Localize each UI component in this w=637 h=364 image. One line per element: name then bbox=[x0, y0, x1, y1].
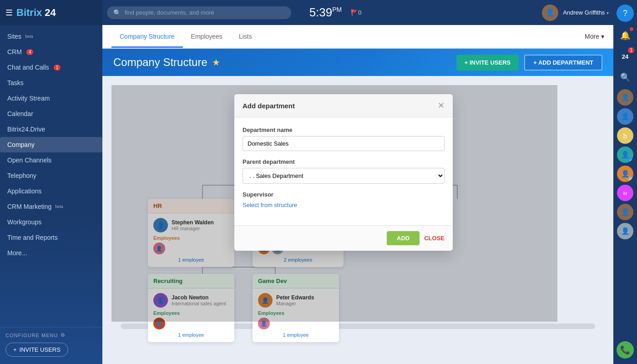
invite-users-header-button[interactable]: + INVITE USERS bbox=[456, 55, 519, 71]
hamburger-icon[interactable]: ☰ bbox=[5, 8, 13, 18]
org-chart-area: NorthWest Co. 👤 Andrew Griffiths Preside… bbox=[102, 76, 613, 364]
sidebar-item-drive[interactable]: Bitrix24.Drive bbox=[0, 121, 102, 137]
search-input[interactable] bbox=[125, 9, 285, 16]
modal-overlay: Add department ✕ Department name Parent … bbox=[111, 85, 557, 322]
search-icon: 🔍 bbox=[113, 9, 121, 16]
sidebar-item-applications[interactable]: Applications bbox=[0, 183, 102, 199]
crm-badge: 4 bbox=[26, 49, 34, 55]
sidebar-item-time[interactable]: Time and Reports bbox=[0, 230, 102, 245]
gear-icon: ⚙ bbox=[61, 332, 66, 338]
rp-avatar-4[interactable]: 👤 ✓ bbox=[617, 147, 633, 163]
favorite-star-icon[interactable]: ★ bbox=[212, 57, 220, 68]
sidebar-item-calendar[interactable]: Calendar bbox=[0, 106, 102, 121]
tab-lists[interactable]: Lists bbox=[231, 26, 260, 48]
chevron-down-icon: ▾ bbox=[601, 33, 604, 40]
rp-avatar-7[interactable]: 👤 bbox=[617, 204, 633, 220]
plus-icon: + bbox=[13, 346, 17, 353]
supervisor-group: Supervisor Select from structure bbox=[243, 191, 445, 209]
search-panel-button[interactable]: 🔍 bbox=[615, 67, 635, 87]
sidebar-item-activity[interactable]: Activity Stream bbox=[0, 91, 102, 106]
rp-avatar-8[interactable]: 👤 bbox=[617, 223, 633, 239]
parent-dept-label: Parent department bbox=[243, 158, 445, 165]
dept-name-input[interactable] bbox=[243, 136, 445, 151]
topbar-time: 5:39PM bbox=[309, 5, 342, 20]
logo: Bitrix 24 bbox=[16, 7, 56, 19]
tab-employees[interactable]: Employees bbox=[183, 26, 231, 48]
select-from-structure-link[interactable]: Select from structure bbox=[243, 202, 297, 208]
search-bar: 🔍 bbox=[107, 6, 291, 19]
tab-company-structure[interactable]: Company Structure bbox=[111, 26, 183, 48]
help-button[interactable]: ? bbox=[617, 5, 634, 22]
sidebar-bottom: CONFIGURE MENU ⚙ + INVITE USERS bbox=[0, 327, 102, 364]
sidebar-item-crm-marketing[interactable]: CRM Marketingbeta bbox=[0, 199, 102, 214]
chat-badge: 1 bbox=[54, 65, 61, 71]
rp-avatar-2[interactable]: 👤 bbox=[617, 108, 633, 125]
bitrix24-button[interactable]: 24 1 bbox=[615, 46, 635, 66]
add-department-modal: Add department ✕ Department name Parent … bbox=[234, 94, 453, 251]
rp-avatar-6[interactable]: iu bbox=[617, 185, 633, 201]
notifications-button[interactable]: 🔔 bbox=[615, 25, 635, 46]
rp-avatar-3[interactable]: b bbox=[617, 127, 633, 144]
org-chart-inner: NorthWest Co. 👤 Andrew Griffiths Preside… bbox=[111, 85, 557, 322]
modal-title: Add department bbox=[243, 102, 295, 110]
chevron-down-icon: ▾ bbox=[607, 10, 609, 15]
topbar: 🔍 5:39PM 🚩0 👤 Andrew Griffiths ▾ bbox=[102, 0, 613, 25]
sidebar-item-sites[interactable]: Sitesbeta bbox=[0, 29, 102, 44]
dept-name-label: Department name bbox=[243, 126, 445, 133]
modal-close-btn[interactable]: CLOSE bbox=[424, 235, 445, 242]
sidebar-item-workgroups[interactable]: Workgroups bbox=[0, 214, 102, 230]
modal-close-button[interactable]: ✕ bbox=[438, 101, 445, 111]
sidebar-item-tasks[interactable]: Tasks bbox=[0, 75, 102, 91]
parent-dept-select[interactable]: . . Sales Department bbox=[243, 168, 445, 184]
rp-avatar-1[interactable]: 👤 bbox=[617, 89, 633, 106]
parent-dept-group: Parent department . . Sales Department bbox=[243, 158, 445, 184]
main-area: 🔍 5:39PM 🚩0 👤 Andrew Griffiths ▾ Company… bbox=[102, 0, 613, 364]
sidebar-item-more[interactable]: More... bbox=[0, 245, 102, 261]
invite-users-button[interactable]: + INVITE USERS bbox=[5, 343, 68, 357]
configure-menu[interactable]: CONFIGURE MENU ⚙ bbox=[5, 332, 97, 338]
page-title: Company Structure ★ bbox=[113, 56, 220, 69]
sidebar-item-channels[interactable]: Open Channels bbox=[0, 152, 102, 168]
modal-footer: ADD CLOSE bbox=[234, 225, 453, 251]
search-icon: 🔍 bbox=[620, 72, 630, 82]
dept-name-group: Department name bbox=[243, 126, 445, 151]
content-area: Company Structure Employees Lists More ▾… bbox=[102, 25, 613, 364]
topbar-flag: 🚩0 bbox=[351, 9, 361, 16]
notification-dot bbox=[630, 27, 633, 31]
rp-avatar-5[interactable]: 👤 ✕ bbox=[617, 166, 633, 182]
logo-area: ☰ Bitrix 24 bbox=[0, 0, 102, 25]
sidebar-item-chat[interactable]: Chat and Calls 1 bbox=[0, 60, 102, 75]
modal-body: Department name Parent department . . Sa… bbox=[234, 117, 453, 225]
topbar-avatar[interactable]: 👤 bbox=[542, 5, 558, 21]
sidebar-item-crm[interactable]: CRM 4 bbox=[0, 44, 102, 60]
sidebar-item-telephony[interactable]: Telephony bbox=[0, 168, 102, 183]
tab-bar: Company Structure Employees Lists More ▾ bbox=[102, 25, 613, 49]
topbar-user[interactable]: Andrew Griffiths ▾ bbox=[563, 9, 609, 16]
phone-icon: 📞 bbox=[620, 345, 630, 355]
sidebar-item-company[interactable]: Company bbox=[0, 137, 102, 152]
logo-24: 24 bbox=[45, 7, 56, 18]
more-button[interactable]: More ▾ bbox=[585, 33, 604, 40]
modal-header: Add department ✕ bbox=[234, 94, 453, 117]
page-header: Company Structure ★ + INVITE USERS + ADD… bbox=[102, 49, 613, 76]
logo-bitrix: Bitrix bbox=[16, 7, 45, 18]
modal-add-button[interactable]: ADD bbox=[387, 231, 420, 245]
supervisor-label: Supervisor bbox=[243, 191, 445, 198]
sidebar: ☰ Bitrix 24 Sitesbeta CRM 4 Chat and Cal… bbox=[0, 0, 102, 364]
add-department-button[interactable]: + ADD DEPARTMENT bbox=[524, 55, 602, 71]
sidebar-nav: Sitesbeta CRM 4 Chat and Calls 1 Tasks A… bbox=[0, 25, 102, 327]
header-actions: + INVITE USERS + ADD DEPARTMENT bbox=[456, 55, 602, 71]
phone-button[interactable]: 📞 bbox=[617, 341, 634, 359]
right-panel: ? 🔔 24 1 🔍 👤 👤 b 👤 ✓ 👤 ✕ iu 👤 👤 📞 bbox=[613, 0, 637, 364]
bell-icon: 🔔 bbox=[620, 30, 630, 40]
